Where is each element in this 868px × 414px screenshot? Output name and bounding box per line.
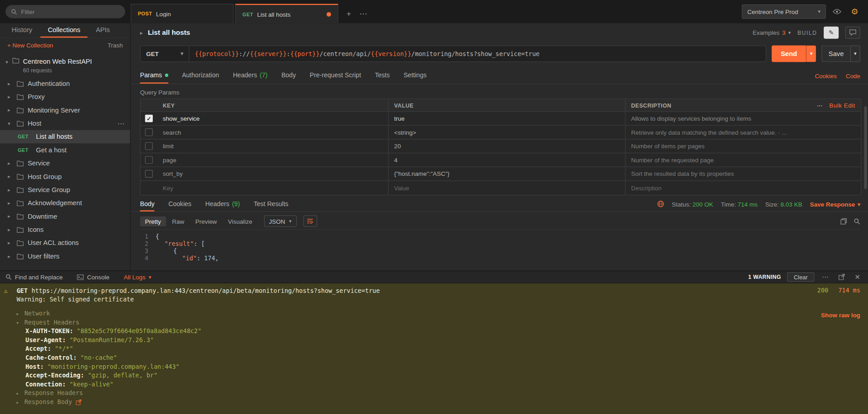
param-description[interactable]: Allows to display services belonging to … — [626, 112, 815, 125]
folder-icons[interactable]: ▸Icons — [0, 223, 130, 236]
param-checkbox[interactable] — [145, 142, 153, 150]
tab-body[interactable]: Body — [281, 67, 296, 84]
response-tab-body[interactable]: Body — [140, 197, 155, 212]
console-options-button[interactable]: ⋯ — [821, 272, 830, 282]
param-checkbox[interactable]: ✓ — [145, 114, 153, 122]
view-mode-visualize[interactable]: Visualize — [223, 216, 257, 226]
params-more-button[interactable]: ⋯ — [817, 102, 823, 108]
settings-button[interactable]: ⚙ — [848, 5, 861, 18]
param-key[interactable]: page — [157, 153, 389, 166]
close-console-button[interactable]: ✕ — [853, 272, 863, 282]
folder-options-button[interactable]: ⋯ — [118, 119, 125, 127]
param-checkbox[interactable] — [145, 170, 153, 178]
bulk-edit-button[interactable]: Bulk Edit — [829, 102, 855, 108]
param-checkbox[interactable] — [145, 128, 153, 136]
param-value[interactable]: true — [389, 112, 626, 125]
show-raw-log-link[interactable]: Show raw log — [821, 311, 860, 318]
cookies-link[interactable]: Cookies — [815, 72, 837, 79]
param-key[interactable]: Key — [157, 181, 389, 195]
find-and-replace-button[interactable]: Find and Replace — [5, 274, 62, 281]
folder-user-acl-actions[interactable]: ▸User ACL actions — [0, 236, 130, 249]
collapse-caret-icon[interactable]: ▸ — [140, 30, 143, 36]
clear-console-button[interactable]: Clear — [787, 272, 814, 282]
param-value[interactable]: Value — [389, 181, 626, 195]
param-value[interactable]: 4 — [389, 153, 626, 166]
log-filter-dropdown[interactable]: All Logs ▾ — [124, 274, 151, 281]
url-input[interactable]: {{protocol}}://{{server}}:{{port}}/centr… — [189, 46, 766, 61]
request-tab-login[interactable]: POSTLogin — [131, 4, 234, 24]
param-key[interactable]: search — [157, 126, 389, 139]
request-get-a-host[interactable]: GETGet a host — [0, 143, 130, 156]
response-tab-cookies[interactable]: Cookies — [169, 197, 192, 212]
folder-acknowledgement[interactable]: ▸Acknowledgement — [0, 197, 130, 210]
tab-tests[interactable]: Tests — [375, 67, 390, 84]
sidebar-tab-history[interactable]: History — [5, 23, 40, 38]
wrap-lines-button[interactable] — [303, 215, 317, 227]
console-section-response-headers[interactable]: ▸ Response Headers — [7, 389, 862, 398]
tab-params[interactable]: Params — [140, 67, 168, 84]
tab-authorization[interactable]: Authorization — [182, 67, 219, 84]
view-mode-pretty[interactable]: Pretty — [140, 216, 166, 226]
collection-root[interactable]: ▾ Centreon Web RestAPI 60 requests — [0, 52, 130, 77]
view-mode-preview[interactable]: Preview — [190, 216, 222, 226]
sidebar-tab-collections[interactable]: Collections — [41, 23, 88, 38]
console-section-response-body[interactable]: ▸ Response Body — [7, 398, 862, 407]
scrollbar-thumb[interactable] — [864, 106, 867, 189]
request-list-all-hosts[interactable]: GETList all hosts — [0, 130, 130, 143]
folder-host-group[interactable]: ▸Host Group — [0, 170, 130, 183]
send-options-button[interactable]: ▾ — [806, 45, 816, 62]
save-button[interactable]: Save — [821, 45, 850, 62]
param-description[interactable]: Number of the requested page — [626, 153, 815, 166]
folder-user-filters[interactable]: ▸User filters — [0, 249, 130, 263]
tab-headers[interactable]: Headers(7) — [233, 67, 268, 84]
param-description[interactable]: Description — [626, 181, 815, 195]
method-selector[interactable]: GET ▾ — [141, 46, 189, 61]
param-value[interactable]: 20 — [389, 140, 626, 153]
folder-service-group[interactable]: ▸Service Group — [0, 183, 130, 196]
view-mode-raw[interactable]: Raw — [167, 216, 189, 226]
folder-service[interactable]: ▸Service — [0, 157, 130, 170]
response-tab-test-results[interactable]: Test Results — [254, 197, 288, 212]
console-toggle-button[interactable]: Console — [77, 274, 109, 281]
language-selector[interactable]: JSON ▾ — [264, 215, 297, 227]
environment-selector[interactable]: Centreon Pre Prod ▾ — [742, 5, 826, 19]
response-body-code[interactable]: 1{2"result": [3{4"id": 174, — [131, 230, 868, 271]
folder-host[interactable]: ▾Host⋯ — [0, 117, 130, 130]
param-description[interactable]: Retrieve only data matching the defined … — [626, 126, 815, 139]
request-tab-list-all-hosts[interactable]: GETList all hosts — [235, 4, 338, 24]
console-request-line[interactable]: GET https://monitoring-preprod.company.l… — [7, 287, 862, 296]
tabs-filter-input[interactable]: Filter — [5, 5, 125, 18]
console-section-network[interactable]: ▸ Network — [7, 309, 862, 318]
param-key[interactable]: show_service — [157, 112, 389, 125]
console-section-request-headers[interactable]: ▾ Request Headers — [7, 318, 862, 327]
param-value[interactable]: <string> — [389, 126, 626, 139]
trash-button[interactable]: Trash — [108, 42, 123, 49]
code-link[interactable]: Code — [846, 72, 860, 79]
param-description[interactable]: Sort the resulted data by its properties — [626, 167, 815, 180]
examples-dropdown[interactable]: Examples 3 ▾ — [753, 29, 791, 36]
folder-proxy[interactable]: ▸Proxy — [0, 90, 130, 104]
tab-pre-request-script[interactable]: Pre-request Script — [310, 67, 361, 84]
param-value[interactable]: {"host.name":"ASC"} — [389, 167, 626, 180]
param-checkbox[interactable] — [145, 156, 153, 164]
response-tab-headers[interactable]: Headers(9) — [205, 197, 240, 212]
folder-downtime[interactable]: ▸Downtime — [0, 210, 130, 223]
folder-monitoring-server[interactable]: ▸Monitoring Server — [0, 104, 130, 117]
save-response-button[interactable]: Save Response ▾ — [810, 201, 860, 207]
tab-options-button[interactable]: ⋯ — [357, 7, 370, 20]
new-collection-button[interactable]: + New Collection — [7, 42, 53, 49]
search-response-icon[interactable] — [854, 218, 860, 225]
open-new-tab-button[interactable]: + — [342, 7, 355, 20]
open-console-window-button[interactable] — [836, 272, 846, 282]
param-key[interactable]: sort_by — [157, 167, 389, 180]
tab-settings[interactable]: Settings — [404, 67, 427, 84]
copy-icon[interactable] — [840, 218, 847, 225]
send-button[interactable]: Send — [772, 45, 806, 62]
folder-authentication[interactable]: ▸Authentication — [0, 77, 130, 90]
environment-quick-look-button[interactable] — [830, 5, 844, 18]
comments-button[interactable] — [845, 27, 860, 39]
save-options-button[interactable]: ▾ — [850, 45, 860, 62]
param-description[interactable]: Number of items per pages — [626, 140, 815, 153]
param-key[interactable]: limit — [157, 140, 389, 153]
edit-mode-button[interactable]: ✎ — [824, 27, 839, 39]
